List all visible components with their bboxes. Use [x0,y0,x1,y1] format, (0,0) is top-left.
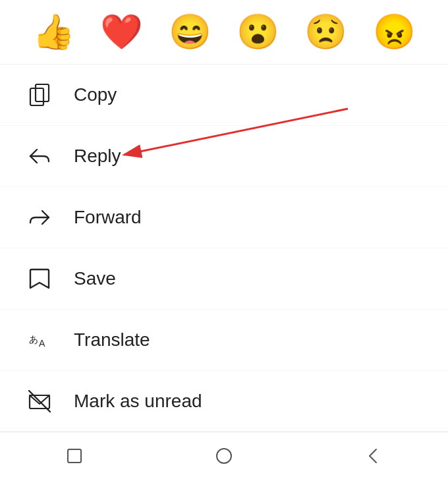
mark-unread-icon [24,385,55,417]
menu-item-forward[interactable]: Forward [0,187,448,248]
nav-home-button[interactable] [204,436,244,476]
reply-label: Reply [74,146,121,167]
forward-label: Forward [74,207,142,228]
reply-icon [24,140,55,172]
forward-icon [24,202,55,233]
menu-item-copy[interactable]: Copy [0,65,448,126]
nav-recents-button[interactable] [55,436,94,476]
save-icon [24,263,55,295]
emoji-heart[interactable]: ❤️ [100,12,143,52]
bottom-nav-bar [0,432,448,479]
menu-item-translate[interactable]: あ A Translate [0,310,448,371]
nav-back-button[interactable] [354,436,393,476]
translate-label: Translate [74,329,150,351]
emoji-worried[interactable]: 😟 [304,12,347,52]
emoji-grin[interactable]: 😄 [169,12,211,52]
save-label: Save [74,268,116,289]
emoji-thumbs-up[interactable]: 👍 [32,12,75,52]
svg-text:あ: あ [29,334,38,345]
translate-icon: あ A [24,324,55,356]
context-menu: Copy Reply Forward Save [0,65,448,432]
copy-label: Copy [74,84,117,105]
svg-rect-8 [68,449,81,463]
emoji-angry[interactable]: 😠 [373,12,416,52]
menu-item-reply[interactable]: Reply [0,126,448,187]
emoji-surprised[interactable]: 😮 [237,12,279,52]
menu-item-mark-unread[interactable]: Mark as unread [0,371,448,432]
menu-item-save[interactable]: Save [0,248,448,310]
svg-rect-0 [36,84,49,101]
emoji-reaction-row: 👍 ❤️ 😄 😮 😟 😠 [0,0,448,65]
svg-text:A: A [39,338,45,349]
svg-point-9 [217,449,231,463]
svg-rect-1 [30,88,43,105]
copy-icon [24,79,55,111]
mark-unread-label: Mark as unread [74,391,202,412]
